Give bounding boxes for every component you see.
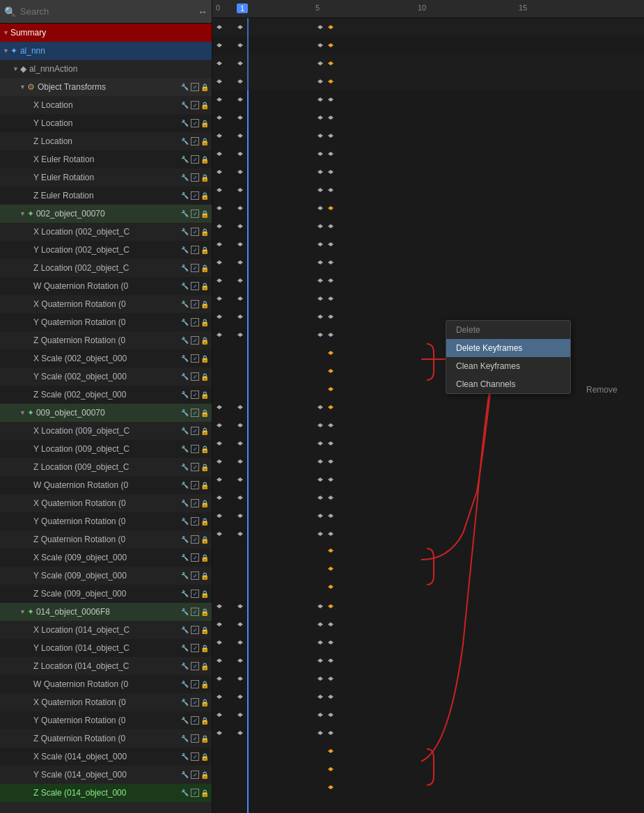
checkbox[interactable]: ✓ (191, 445, 199, 453)
action-row[interactable]: ▼ ◆ al_nnnAction (0, 60, 212, 78)
x-euler-row[interactable]: X Euler Rotation 🔧 ✓ 🔒 (0, 150, 212, 168)
009-w-quat-row[interactable]: W Quaternion Rotation (0 🔧✓🔒 (0, 476, 212, 494)
z-location-row[interactable]: Z Location 🔧 ✓ 🔒 (0, 132, 212, 150)
checkbox[interactable]: ✓ (191, 608, 199, 616)
summary-row[interactable]: ▼ Summary (0, 24, 212, 42)
009-y-scale-row[interactable]: Y Scale (009_object_000 🔧✓🔒 (0, 567, 212, 585)
checkbox[interactable]: ✓ (191, 734, 199, 743)
checkbox[interactable]: ✓ (191, 264, 199, 272)
delete-menu-item[interactable]: Delete (446, 321, 570, 339)
checkbox[interactable]: ✓ (191, 771, 199, 779)
checkbox[interactable]: ✓ (191, 282, 199, 290)
svg-marker-127 (237, 658, 243, 663)
checkbox[interactable]: ✓ (191, 300, 199, 308)
009-x-scale-row[interactable]: X Scale (009_object_000 🔧✓🔒 (0, 548, 212, 567)
009-object-group-row[interactable]: ▼ ✦ 009_object_00070 🔧✓🔒 (0, 404, 212, 422)
002-y-quat-row[interactable]: Y Quaternion Rotation (0 🔧✓🔒 (0, 313, 212, 331)
checkbox[interactable]: ✓ (191, 789, 199, 797)
002-x-location-row[interactable]: X Location (002_object_C 🔧✓🔒 (0, 223, 212, 241)
checkbox[interactable]: ✓ (191, 644, 199, 652)
clean-keyframes-menu-item[interactable]: Clean Keyframes (446, 357, 570, 375)
bone-icon-2: ✦ (27, 408, 34, 418)
002-w-quat-row[interactable]: W Quaternion Rotation (0 🔧✓🔒 (0, 277, 212, 295)
checkbox[interactable]: ✓ (191, 698, 199, 707)
checkbox[interactable]: ✓ (191, 427, 199, 435)
visibility-checkbox[interactable]: ✓ (191, 83, 199, 91)
checkbox[interactable]: ✓ (191, 590, 199, 598)
checkbox[interactable]: ✓ (191, 246, 199, 254)
checkbox[interactable]: ✓ (191, 228, 199, 236)
009-z-quat-row[interactable]: Z Quaternion Rotation (0 🔧✓🔒 (0, 530, 212, 548)
y-euler-row[interactable]: Y Euler Rotation 🔧 ✓ 🔒 (0, 168, 212, 187)
checkbox[interactable]: ✓ (191, 409, 199, 417)
checkbox[interactable]: ✓ (191, 372, 199, 381)
014-y-location-row[interactable]: Y Location (014_object_C 🔧✓🔒 (0, 639, 212, 657)
visibility-checkbox[interactable]: ✓ (191, 191, 199, 200)
002-z-location-row[interactable]: Z Location (002_object_C 🔧✓🔒 (0, 259, 212, 277)
checkbox[interactable]: ✓ (191, 716, 199, 725)
y-location-row[interactable]: Y Location 🔧 ✓ 🔒 (0, 114, 212, 132)
svg-marker-77 (328, 369, 333, 373)
014-x-quat-row[interactable]: X Quaternion Rotation (0 🔧✓🔒 (0, 693, 212, 711)
swap-icon[interactable]: ↔ (198, 6, 207, 17)
visibility-checkbox[interactable]: ✓ (191, 210, 199, 218)
009-y-location-row[interactable]: Y Location (009_object_C 🔧✓🔒 (0, 440, 212, 458)
checkbox[interactable]: ✓ (191, 499, 199, 507)
014-z-scale-row[interactable]: Z Scale (014_object_000 🔧✓🔒 (0, 784, 212, 802)
014-object-group-row[interactable]: ▼ ✦ 014_object_0006F8 🔧✓🔒 (0, 603, 212, 621)
z-euler-row[interactable]: Z Euler Rotation 🔧 ✓ 🔒 (0, 187, 212, 205)
visibility-checkbox[interactable]: ✓ (191, 137, 199, 145)
visibility-checkbox[interactable]: ✓ (191, 173, 199, 182)
checkbox[interactable]: ✓ (191, 463, 199, 471)
visibility-checkbox[interactable]: ✓ (191, 155, 199, 164)
014-y-quat-row[interactable]: Y Quaternion Rotation (0 🔧✓🔒 (0, 711, 212, 729)
right-panel: 0 1 5 10 15 (212, 0, 644, 813)
014-x-location-label: X Location (014_object_C (33, 625, 177, 635)
014-z-location-row[interactable]: Z Location (014_object_C 🔧✓🔒 (0, 657, 212, 675)
delete-keyframes-menu-item[interactable]: Delete Keyframes (446, 339, 570, 357)
checkbox[interactable]: ✓ (191, 553, 199, 562)
009-x-quat-row[interactable]: X Quaternion Rotation (0 🔧✓🔒 (0, 494, 212, 512)
svg-marker-25 (237, 116, 243, 120)
transform-group-row[interactable]: ▼ ⚙ Object Transforms 🔧 ✓ 🔒 (0, 78, 212, 96)
frame-15-label: 15 (519, 3, 527, 12)
svg-marker-38 (317, 170, 323, 174)
009-y-quat-row[interactable]: Y Quaternion Rotation (0 🔧✓🔒 (0, 512, 212, 530)
014-y-scale-row[interactable]: Y Scale (014_object_000 🔧✓🔒 (0, 766, 212, 784)
svg-marker-67 (328, 297, 333, 301)
009-z-location-row[interactable]: Z Location (009_object_C 🔧✓🔒 (0, 458, 212, 476)
009-x-location-row[interactable]: X Location (009_object_C 🔧✓🔒 (0, 422, 212, 440)
search-input[interactable] (20, 6, 194, 17)
002-object-group-row[interactable]: ▼ ✦ 002_object_00070 🔧 ✓ 🔒 (0, 205, 212, 223)
014-x-location-row[interactable]: X Location (014_object_C 🔧✓🔒 (0, 621, 212, 639)
002-y-location-row[interactable]: Y Location (002_object_C 🔧✓🔒 (0, 241, 212, 259)
checkbox[interactable]: ✓ (191, 662, 199, 670)
checkbox[interactable]: ✓ (191, 354, 199, 363)
checkbox[interactable]: ✓ (191, 680, 199, 688)
009-z-scale-row[interactable]: Z Scale (009_object_000 🔧✓🔒 (0, 585, 212, 603)
002-x-quat-row[interactable]: X Quaternion Rotation (0 🔧✓🔒 (0, 295, 212, 313)
014-x-scale-row[interactable]: X Scale (014_object_000 🔧✓🔒 (0, 748, 212, 766)
checkbox[interactable]: ✓ (191, 481, 199, 489)
wrench-icon: 🔧 (180, 788, 189, 798)
object-row[interactable]: ▼ ✦ al_nnn (0, 42, 212, 60)
checkbox[interactable]: ✓ (191, 336, 199, 345)
clean-channels-menu-item[interactable]: Clean Channels (446, 375, 570, 393)
checkbox[interactable]: ✓ (191, 571, 199, 580)
002-z-scale-row[interactable]: Z Scale (002_object_000 🔧✓🔒 (0, 386, 212, 404)
checkbox[interactable]: ✓ (191, 626, 199, 634)
002-y-scale-row[interactable]: Y Scale (002_object_000 🔧✓🔒 (0, 368, 212, 386)
checkbox[interactable]: ✓ (191, 752, 199, 761)
checkbox[interactable]: ✓ (191, 517, 199, 526)
014-w-quat-row[interactable]: W Quaternion Rotation (0 🔧✓🔒 (0, 675, 212, 693)
checkbox[interactable]: ✓ (191, 318, 199, 326)
visibility-checkbox[interactable]: ✓ (191, 119, 199, 127)
002-x-scale-row[interactable]: X Scale (002_object_000 🔧✓🔒 (0, 349, 212, 368)
x-location-row[interactable]: X Location 🔧 ✓ 🔒 (0, 96, 212, 114)
002-z-quat-row[interactable]: Z Quaternion Rotation (0 🔧✓🔒 (0, 331, 212, 349)
014-z-quat-row[interactable]: Z Quaternion Rotation (0 🔧✓🔒 (0, 729, 212, 748)
visibility-checkbox[interactable]: ✓ (191, 101, 199, 109)
svg-marker-147 (328, 767, 333, 771)
checkbox[interactable]: ✓ (191, 390, 199, 399)
checkbox[interactable]: ✓ (191, 535, 199, 544)
